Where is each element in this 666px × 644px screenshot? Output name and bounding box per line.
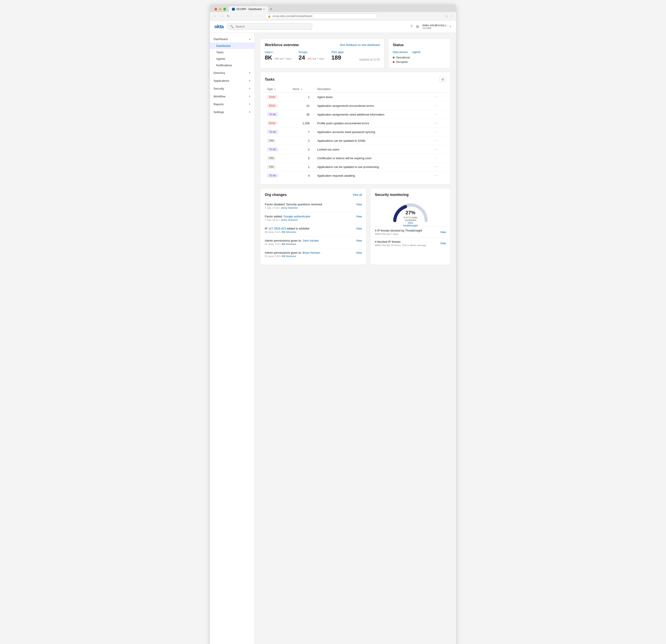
org-actor-link[interactable]: Bill Simmons (282, 243, 296, 245)
user-name: blake.soto@ocorp.c... (422, 24, 449, 27)
back-button[interactable]: ← (213, 14, 218, 19)
org-actor-link[interactable]: Bill Simmons (282, 231, 296, 233)
task-more-button[interactable]: ··· (435, 156, 438, 160)
help-icon[interactable]: ? (410, 24, 413, 29)
operational-text: Operational (396, 56, 410, 59)
sidebar-workflow-label: Workflow (213, 95, 225, 98)
org-actor-link[interactable]: Jenny Solomon (281, 219, 298, 221)
traffic-minimize[interactable] (219, 8, 222, 11)
forward-button[interactable]: → (219, 14, 225, 19)
org-view-link[interactable]: View (356, 239, 362, 242)
browser-tab[interactable]: OCORP - Dashboard ✕ (229, 6, 268, 12)
security-item-2: 4 blocked IP threats Within the last 24 … (375, 238, 446, 249)
tasks-table: Type ⇅ Items ⇅ Description Error 1 Agent… (265, 86, 446, 180)
sidebar-header-security[interactable]: Security ▼ (210, 85, 255, 92)
task-more-cell: ··· (433, 145, 446, 154)
search-icon: 🔍 (230, 25, 234, 28)
users-value: 8K ↑5% last 7 days (265, 54, 292, 61)
sidebar-header-workflow[interactable]: Workflow ▼ (210, 93, 255, 100)
users-period: last 7 days (280, 57, 292, 60)
task-more-button[interactable]: ··· (435, 95, 438, 99)
menu-icon[interactable]: ⋮ (450, 14, 453, 18)
task-more-button[interactable]: ··· (435, 104, 438, 108)
sidebar-section-dashboard: Dashboard ▲ Dashboard Tasks Agents Notif… (210, 36, 255, 69)
security-header: Security monitoring (375, 193, 446, 197)
reload-button[interactable]: ↻ (226, 14, 231, 19)
org-item-meta: 7 July, 17:16 • Jenny Solomon (265, 206, 362, 209)
workforce-card: Workforce overview Give feedback on new … (260, 38, 384, 68)
status-tab-okta[interactable]: Okta service (393, 51, 408, 54)
search-input[interactable] (235, 25, 309, 28)
task-badge: Error (267, 104, 278, 108)
org-item-link[interactable]: Google authenticator (283, 215, 311, 218)
org-view-link[interactable]: View (356, 215, 362, 218)
table-row: To-do 35 Application assignments need ad… (265, 110, 446, 119)
sso-label[interactable]: SSO apps (331, 51, 344, 54)
users-label[interactable]: Users ℹ (265, 51, 292, 54)
sidebar-header-reports[interactable]: Reports ▼ (210, 101, 255, 108)
task-more-button[interactable]: ··· (435, 113, 438, 116)
task-type-cell: To-do (265, 128, 291, 136)
security-title: Security monitoring (375, 193, 409, 197)
tab-label: OCORP - Dashboard (236, 7, 262, 11)
org-view-link[interactable]: View (356, 251, 362, 254)
security-chevron-icon: ▼ (249, 87, 251, 90)
task-more-button[interactable]: ··· (435, 173, 438, 177)
task-type-cell: Error (265, 119, 291, 128)
task-type-cell: Error (265, 93, 291, 101)
org-item-link[interactable]: Brian Hansen (302, 251, 320, 254)
lock-icon: 🔒 (268, 15, 271, 18)
list-item: Factor added: Google authenticator View … (265, 212, 362, 224)
sidebar-header-dashboard[interactable]: Dashboard ▲ (210, 36, 255, 43)
security-item-2-text: 4 blocked IP threats Within the last 24 … (375, 240, 427, 247)
status-tab-agents[interactable]: Agents (412, 51, 421, 54)
org-actor-link[interactable]: Jenny Solomon (281, 206, 298, 209)
task-more-button[interactable]: ··· (435, 121, 438, 125)
task-more-button[interactable]: ··· (435, 147, 438, 151)
view-all-link[interactable]: View all (353, 193, 362, 197)
task-more-button[interactable]: ··· (435, 130, 438, 134)
org-view-link[interactable]: View (356, 227, 362, 230)
apps-grid-icon[interactable]: ⊞ (416, 24, 419, 29)
sidebar-item-agents[interactable]: Agents (210, 55, 255, 62)
traffic-maximize[interactable] (223, 8, 226, 11)
col-items[interactable]: Items ⇅ (291, 86, 315, 93)
filter-button[interactable]: ⊟ (439, 77, 446, 82)
security-item-2-view[interactable]: View (440, 242, 446, 245)
org-view-link[interactable]: View (356, 203, 362, 206)
updated-text: Updated at 21:03 (359, 58, 380, 61)
org-changes-card: Org changes View all Factor disabled: Se… (260, 188, 367, 265)
sidebar-item-notifications[interactable]: Notifications (210, 62, 255, 69)
task-badge: Info (267, 156, 276, 160)
groups-label[interactable]: Groups (299, 51, 324, 54)
tasks-header: Tasks ⊟ (265, 77, 446, 82)
security-item-1-view[interactable]: View (440, 231, 446, 234)
traffic-close[interactable] (214, 8, 217, 11)
table-row: Info 1 Applications can be updated to us… (265, 163, 446, 171)
task-type-cell: Error (265, 101, 291, 110)
new-tab-button[interactable]: + (269, 7, 273, 12)
org-item-link[interactable]: John Intrater (302, 239, 319, 242)
task-description-cell: Application requests awaiting (315, 171, 433, 180)
sidebar-header-directory[interactable]: Directory ▼ (210, 69, 255, 77)
tab-close-btn[interactable]: ✕ (263, 8, 265, 11)
org-item-title: Factor added: Google authenticator (265, 215, 311, 218)
org-item-link[interactable]: 127.3829.823 (268, 227, 286, 230)
sidebar-item-dashboard[interactable]: Dashboard (210, 43, 255, 49)
search-box[interactable]: 🔍 (227, 23, 312, 30)
org-actor-link[interactable]: Bill Simmons (282, 255, 296, 257)
user-menu[interactable]: blake.soto@ocorp.c... OCORP ▼ (422, 24, 452, 30)
sidebar-header-applications[interactable]: Applications ▼ (210, 77, 255, 84)
gauge-link[interactable]: View HealthInsight (400, 221, 421, 227)
sidebar-header-settings[interactable]: Settings ▼ (210, 108, 255, 116)
bookmark-icon[interactable]: ☆ (445, 14, 448, 18)
task-more-button[interactable]: ··· (435, 165, 438, 169)
table-row: Info 2 Applications can be updated to SA… (265, 136, 446, 145)
org-item-row: Factor disabled: Security questions remo… (265, 203, 362, 206)
col-type[interactable]: Type ⇅ (265, 86, 291, 93)
applications-chevron-icon: ▼ (249, 80, 251, 82)
feedback-link[interactable]: Give feedback on new dashboard (340, 44, 380, 47)
task-more-button[interactable]: ··· (435, 139, 438, 142)
sidebar-item-tasks[interactable]: Tasks (210, 49, 255, 55)
address-bar[interactable]: 🔒 ocorp.okta.com/admin/dashboard (265, 14, 377, 19)
